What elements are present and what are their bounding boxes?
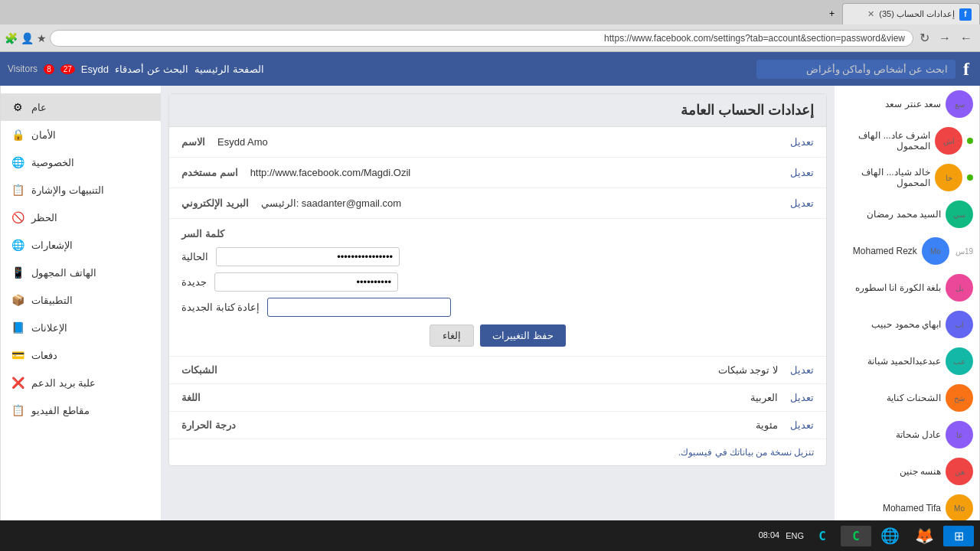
settings-panel: إعدادات الحساب العامة تعديل Esydd Amo ال… xyxy=(168,93,827,466)
message-badge[interactable]: 8 xyxy=(44,64,54,74)
online-indicator xyxy=(967,138,973,144)
nav-label-general: عام xyxy=(31,102,47,113)
new-password-label: جديدة xyxy=(181,276,207,288)
nav-item-general[interactable]: عام ⚙ xyxy=(1,93,161,121)
name-label: الاسم xyxy=(181,136,205,148)
retype-password-label: إعادة كتابة الجديدة xyxy=(181,302,260,313)
language-label: اللغة xyxy=(181,392,201,403)
browser-actions: ★ 👤 🧩 xyxy=(5,32,47,44)
new-tab-button[interactable]: + xyxy=(819,3,842,24)
chat-name: Mohamed Tifa xyxy=(883,503,941,514)
tab-favicon: f xyxy=(959,8,972,21)
notification-badge[interactable]: 27 xyxy=(60,64,75,74)
networks-label: الشبكات xyxy=(181,364,217,376)
refresh-button[interactable]: ↻ xyxy=(916,29,933,47)
user-profile-link[interactable]: Esydd xyxy=(81,64,109,75)
chat-name: هنسه جنين xyxy=(900,466,941,477)
nav-item-notifications[interactable]: التنبيهات والإشارة 📋 xyxy=(1,176,161,204)
chat-item[interactable]: 19س Mo Mohamed Rezk xyxy=(835,233,979,269)
password-section: كلمة السر الحالية جديدة إعادة كتابة الجد… xyxy=(169,219,826,357)
chat-item[interactable]: خا خالد شياد... الهاف المحمول xyxy=(835,159,979,196)
nav-label-ads: الإعلانات xyxy=(31,322,67,334)
nav-item-blocking[interactable]: الحظر 🚫 xyxy=(1,204,161,231)
nav-item-alerts[interactable]: الإشعارات 🌐 xyxy=(1,231,161,259)
nav-label-payments: دفعات xyxy=(31,350,57,361)
chat-item[interactable]: اش اشرف عاد... الهاف المحمول xyxy=(835,122,979,159)
username-row: تعديل http://www.facebook.com/Magdi.Ozil… xyxy=(169,158,826,188)
lock-icon: 🔒 xyxy=(10,127,25,142)
name-edit-button[interactable]: تعديل xyxy=(790,136,814,148)
tab-bar: f إعدادات الحساب (35) ✕ + xyxy=(0,0,980,24)
nav-item-security[interactable]: الأمان 🔒 xyxy=(1,121,161,148)
current-password-row: الحالية xyxy=(181,247,814,266)
temperature-edit-button[interactable]: تعديل xyxy=(790,419,814,431)
chat-item[interactable]: سي السيد محمد رمضان xyxy=(835,196,979,233)
address-bar[interactable] xyxy=(50,30,913,47)
tab-title: إعدادات الحساب (35) xyxy=(879,9,955,19)
password-title: كلمة السر xyxy=(181,228,224,240)
nav-label-apps: التطبيقات xyxy=(31,295,73,306)
chat-name: خالد شياد... الهاف المحمول xyxy=(841,167,930,188)
networks-edit-button[interactable]: تعديل xyxy=(790,364,814,376)
nav-item-privacy[interactable]: الخصوصية 🌐 xyxy=(1,148,161,176)
close-tab-button[interactable]: ✕ xyxy=(867,9,874,19)
chat-item[interactable]: عب عبدعبدالحميد شبانة xyxy=(835,343,979,380)
nav-item-support[interactable]: علبة بريد الدعم ❌ xyxy=(1,369,161,396)
extension-button[interactable]: 🧩 xyxy=(5,32,18,44)
find-friends-link[interactable]: البحث عن أصدقاء xyxy=(115,64,188,75)
avatar: سع xyxy=(946,90,973,118)
new-password-row: جديدة xyxy=(181,272,814,292)
search-box[interactable] xyxy=(756,60,956,79)
new-password-input[interactable] xyxy=(214,272,398,292)
nav-item-apps[interactable]: التطبيقات 📦 xyxy=(1,286,161,314)
language-value: العربية xyxy=(213,392,778,403)
nav-item-ads[interactable]: الإعلانات 📘 xyxy=(1,314,161,341)
chat-name: ابهاي محمود حبيب xyxy=(871,319,941,330)
home-link[interactable]: الصفحة الرئيسية xyxy=(194,64,264,75)
name-value: Esydd Amo xyxy=(217,136,778,148)
nav-item-payments[interactable]: دفعات 💳 xyxy=(1,341,161,369)
chat-item[interactable]: Mo Mohamed Tifa xyxy=(835,490,979,520)
username-label: اسم مستخدم xyxy=(181,167,238,178)
nav-label-mobile: الهاتف المجهول xyxy=(31,267,96,279)
email-edit-button[interactable]: تعديل xyxy=(790,197,814,209)
profile-button[interactable]: 👤 xyxy=(21,32,34,44)
chat-item[interactable]: عا عادل شحاتة xyxy=(835,416,979,453)
back-button[interactable]: ← xyxy=(957,30,975,47)
chat-item[interactable]: هن هنسه جنين xyxy=(835,453,979,490)
block-icon: 🚫 xyxy=(10,210,25,225)
mobile-icon: 📱 xyxy=(10,265,25,280)
chat-info: عادل شحاتة xyxy=(841,429,941,440)
cancel-button[interactable]: إلغاء xyxy=(430,324,474,347)
main-layout: سع سعد عنتر سعد اش اشرف عاد... الهاف الم… xyxy=(0,86,980,520)
nav-label-security: الأمان xyxy=(31,129,56,141)
payments-icon: 💳 xyxy=(10,347,25,363)
download-data-link[interactable]: تنزيل نسخة من بياناتك في فيسبوك. xyxy=(169,439,826,465)
chat-name: Mohamed Rezk xyxy=(853,246,917,256)
chat-item[interactable]: سع سعد عنتر سعد xyxy=(835,86,979,122)
support-icon: ❌ xyxy=(10,375,25,390)
chat-info: ابهاي محمود حبيب xyxy=(841,319,941,330)
nav-item-videos[interactable]: مقاطع الفيديو 📋 xyxy=(1,396,161,424)
networks-row: تعديل لا توجد شبكات الشبكات xyxy=(169,357,826,384)
active-tab[interactable]: f إعدادات الحساب (35) ✕ xyxy=(842,3,980,24)
language-edit-button[interactable]: تعديل xyxy=(790,392,814,403)
chat-item[interactable]: اب ابهاي محمود حبيب xyxy=(835,306,979,343)
temperature-label: درجة الحرارة xyxy=(181,419,236,431)
bookmark-button[interactable]: ★ xyxy=(37,32,47,44)
settings-nav: عام ⚙ الأمان 🔒 الخصوصية 🌐 التنبيهات والإ… xyxy=(0,86,161,520)
nav-label-videos: مقاطع الفيديو xyxy=(31,405,90,416)
gear-icon: ⚙ xyxy=(10,99,25,115)
videos-icon: 📋 xyxy=(10,403,25,418)
chat-item[interactable]: شح الشحنات كناية xyxy=(835,380,979,416)
chat-item[interactable]: بل بلغة الكورة انا اسطوره xyxy=(835,269,979,306)
current-password-input[interactable] xyxy=(216,247,400,266)
forward-button[interactable]: → xyxy=(936,30,954,47)
search-input[interactable] xyxy=(756,60,956,79)
save-changes-button[interactable]: حفظ التغييرات xyxy=(480,324,566,347)
privacy-icon: 🌐 xyxy=(10,155,25,170)
username-edit-button[interactable]: تعديل xyxy=(790,167,814,178)
retype-password-input[interactable] xyxy=(267,298,451,317)
avatar: هن xyxy=(946,458,973,485)
nav-item-mobile[interactable]: الهاتف المجهول 📱 xyxy=(1,259,161,286)
